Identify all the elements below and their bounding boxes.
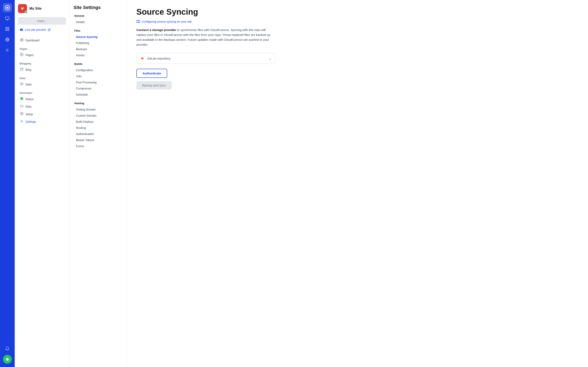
save-button[interactable]: Save... (18, 17, 66, 25)
monitor-icon[interactable] (3, 14, 12, 23)
data-icon (20, 82, 24, 86)
svg-point-12 (7, 50, 8, 51)
settings-item-build-deploys[interactable]: Build Deploys (73, 119, 122, 125)
authenticate-button[interactable]: Authenticate (136, 69, 167, 78)
settings-item-assets[interactable]: Assets (73, 52, 122, 58)
sidebar-item-data[interactable]: Data (18, 81, 66, 88)
notification-icon[interactable] (3, 344, 12, 353)
svg-rect-8 (8, 29, 9, 31)
files-section-title: Files (73, 29, 122, 32)
sidebar-item-settings[interactable]: Settings (18, 118, 66, 125)
settings-item-source-syncing[interactable]: Source Syncing (73, 34, 122, 40)
gitlab-fox-icon (140, 56, 145, 61)
sidebar-item-status[interactable]: Status (18, 95, 66, 103)
settings-item-compressor[interactable]: Compressor (73, 85, 122, 92)
sidebar-item-dashboard[interactable]: Dashboard (18, 36, 66, 44)
svg-point-1 (7, 7, 8, 9)
settings-panel: Site Settings General Details Files Sour… (69, 0, 127, 367)
settings-builds-section: Builds Configuration I18n Post Processin… (73, 62, 122, 98)
globe-icon[interactable] (3, 35, 12, 44)
live-preview-button[interactable]: Live site preview (18, 27, 66, 33)
settings-item-forms[interactable]: Forms (73, 143, 122, 149)
setup-icon (20, 112, 24, 116)
svg-rect-23 (20, 68, 23, 71)
svg-point-34 (21, 121, 22, 122)
nav-section-developer: Developer Status Files (18, 90, 66, 125)
nav-section-data: Data Data (18, 75, 66, 88)
setup-label: Setup (26, 113, 33, 116)
nav-section-pages: Pages Pages (18, 46, 66, 59)
doc-link[interactable]: Configuring source syncing on your site (136, 20, 578, 24)
book-icon (136, 20, 140, 24)
site-header: My Site (18, 4, 66, 13)
sidebar-item-files[interactable]: Files (18, 103, 66, 110)
icon-rail (0, 0, 15, 367)
status-icon (20, 97, 24, 101)
data-label: Data (26, 83, 32, 86)
provider-dropdown-wrapper: GitLab repository ⌄ (136, 53, 275, 64)
settings-item-backups[interactable]: Backups (73, 46, 122, 52)
svg-point-28 (21, 83, 22, 84)
chevron-down-icon: ⌄ (269, 56, 272, 60)
settings-item-details[interactable]: Details (73, 19, 122, 25)
settings-hosting-section: Hosting Testing Domain Custom Domain Bui… (73, 102, 122, 149)
nav-section-dashboard: Dashboard (18, 36, 66, 44)
blog-label: Blog (26, 68, 31, 71)
svg-rect-2 (6, 17, 9, 20)
svg-rect-6 (8, 27, 9, 29)
nav-section-blogging: Blogging Blog (18, 60, 66, 73)
pages-section-title: Pages (18, 46, 66, 51)
settings-panel-title: Site Settings (73, 5, 122, 10)
dashboard-label: Dashboard (26, 39, 40, 42)
settings-nav-icon (20, 119, 24, 124)
external-link-icon (48, 28, 51, 31)
app-logo-icon[interactable] (3, 3, 12, 12)
blogging-section-title: Blogging (18, 60, 66, 66)
sidebar-item-pages[interactable]: Pages (18, 51, 66, 59)
left-sidebar: My Site Save... Live site preview (15, 0, 69, 367)
settings-item-testing-domain[interactable]: Testing Domain (73, 106, 122, 113)
svg-rect-16 (22, 39, 23, 40)
settings-label: Settings (26, 120, 36, 123)
settings-item-i18n[interactable]: I18n (73, 73, 122, 79)
hosting-section-title: Hosting (73, 102, 122, 105)
description-bold: Connect a storage provider (136, 28, 176, 32)
svg-rect-5 (6, 27, 7, 29)
settings-files-section: Files Source Syncing Publishing Backups … (73, 29, 122, 58)
settings-item-bearer-tokens[interactable]: Bearer Tokens (73, 137, 122, 143)
sidebar-item-blog[interactable]: Blog (18, 66, 66, 73)
settings-item-post-processing[interactable]: Post Processing (73, 79, 122, 85)
live-preview-label: Live site preview (25, 28, 46, 31)
main-content: Source Syncing Configuring source syncin… (127, 0, 588, 367)
eye-icon (20, 28, 23, 32)
files-icon (20, 104, 24, 109)
settings-item-routing[interactable]: Routing (73, 125, 122, 131)
sidebar-item-setup[interactable]: Setup (18, 110, 66, 118)
pages-label: Pages (26, 53, 34, 57)
grid-icon[interactable] (3, 25, 12, 33)
builds-section-title: Builds (73, 62, 122, 66)
dropdown-value: GitLab repository (147, 57, 266, 60)
blog-icon (20, 67, 24, 72)
settings-item-configuration[interactable]: Configuration (73, 67, 122, 73)
settings-icon[interactable] (3, 46, 12, 55)
svg-rect-15 (20, 39, 21, 40)
settings-general-section: General Details (73, 14, 122, 25)
settings-item-publishing[interactable]: Publishing (73, 40, 122, 46)
settings-item-authentication[interactable]: Authentication (73, 131, 122, 137)
backup-sync-button[interactable]: Backup and Sync (136, 81, 172, 90)
site-logo (18, 4, 27, 13)
svg-rect-17 (20, 40, 21, 41)
settings-item-custom-domain[interactable]: Custom Domain (73, 113, 122, 119)
svg-rect-7 (6, 29, 7, 31)
settings-item-schedule[interactable]: Schedule (73, 92, 122, 98)
developer-section-title: Developer (18, 90, 66, 95)
svg-point-13 (21, 29, 22, 30)
page-title: Source Syncing (136, 7, 578, 17)
data-section-title: Data (18, 75, 66, 81)
svg-point-27 (20, 83, 23, 85)
user-avatar-icon[interactable] (3, 355, 12, 364)
svg-point-29 (20, 97, 23, 100)
svg-line-14 (49, 29, 50, 30)
provider-dropdown[interactable]: GitLab repository ⌄ (136, 53, 275, 64)
